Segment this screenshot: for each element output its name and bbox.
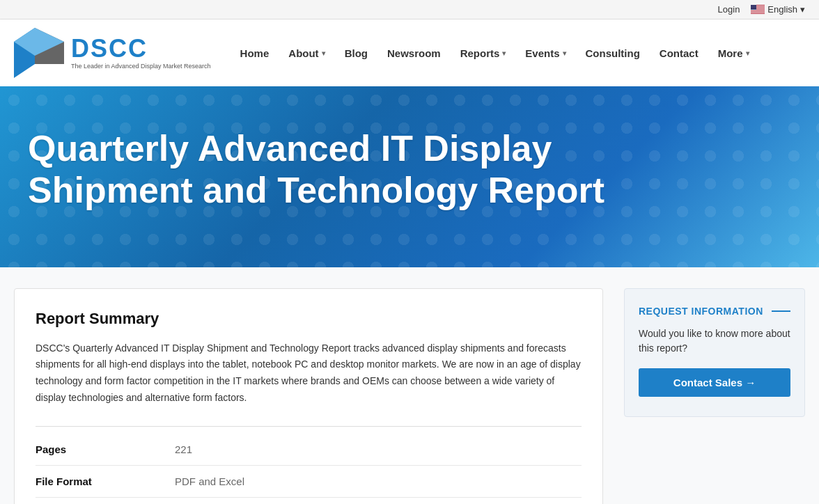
reports-chevron-icon: ▾ — [502, 49, 506, 57]
nav-contact[interactable]: Contact — [651, 19, 707, 86]
nav-reports[interactable]: Reports ▾ — [452, 19, 515, 86]
svg-rect-7 — [751, 5, 756, 10]
language-label: English — [767, 4, 797, 15]
hero-title: Quarterly Advanced IT Display Shipment a… — [28, 128, 655, 212]
request-divider — [772, 310, 790, 312]
content-area: Report Summary DSCC's Quarterly Advanced… — [0, 267, 819, 504]
nav-consulting[interactable]: Consulting — [577, 19, 648, 86]
file-format-value: PDF and Excel — [175, 475, 244, 487]
us-flag-icon — [751, 5, 765, 14]
nav-blog[interactable]: Blog — [336, 19, 376, 86]
pages-label: Pages — [36, 443, 175, 455]
request-info-box: REQUEST INFORMATION Would you like to kn… — [624, 288, 805, 417]
request-title: REQUEST INFORMATION — [639, 306, 763, 317]
contact-sales-button[interactable]: Contact Sales → — [639, 368, 790, 397]
site-header: DSCC The Leader in Advanced Display Mark… — [0, 19, 819, 86]
svg-rect-5 — [751, 11, 765, 12]
logo-tagline: The Leader in Advanced Display Market Re… — [71, 63, 211, 70]
nav-events[interactable]: Events ▾ — [517, 19, 574, 86]
logo-icon — [14, 28, 64, 78]
pages-value: 221 — [175, 443, 192, 455]
more-chevron-icon: ▾ — [746, 49, 749, 57]
nav-newsroom[interactable]: Newsroom — [379, 19, 449, 86]
chevron-down-icon: ▾ — [800, 4, 805, 15]
events-chevron-icon: ▾ — [563, 49, 566, 57]
login-link[interactable]: Login — [718, 4, 740, 15]
request-header: REQUEST INFORMATION — [639, 306, 790, 317]
nav-home[interactable]: Home — [232, 19, 278, 86]
report-summary-heading: Report Summary — [36, 310, 582, 328]
report-description: DSCC's Quarterly Advanced IT Display Shi… — [36, 340, 582, 407]
hero-banner: Quarterly Advanced IT Display Shipment a… — [0, 86, 819, 267]
request-description: Would you like to know more about this r… — [639, 326, 790, 356]
sidebar: REQUEST INFORMATION Would you like to kn… — [624, 288, 805, 417]
file-format-label: File Format — [36, 475, 175, 487]
logo-area[interactable]: DSCC The Leader in Advanced Display Mark… — [14, 28, 211, 78]
detail-row-pages: Pages 221 — [36, 434, 582, 466]
report-details: Pages 221 File Format PDF and Excel Orde… — [36, 426, 582, 504]
nav-more[interactable]: More ▾ — [710, 19, 758, 86]
detail-row-order: Order Report Contact Us — [36, 498, 582, 504]
main-content: Report Summary DSCC's Quarterly Advanced… — [14, 288, 603, 504]
detail-row-format: File Format PDF and Excel — [36, 466, 582, 498]
main-nav: Home About ▾ Blog Newsroom Reports ▾ Eve… — [232, 19, 805, 86]
about-chevron-icon: ▾ — [322, 49, 325, 57]
logo-text: DSCC The Leader in Advanced Display Mark… — [71, 36, 211, 70]
svg-rect-6 — [751, 13, 765, 13]
top-bar: Login English ▾ — [0, 0, 819, 19]
nav-about[interactable]: About ▾ — [280, 19, 333, 86]
svg-rect-4 — [751, 10, 765, 10]
language-selector[interactable]: English ▾ — [751, 4, 805, 15]
logo-name: DSCC — [71, 36, 211, 61]
